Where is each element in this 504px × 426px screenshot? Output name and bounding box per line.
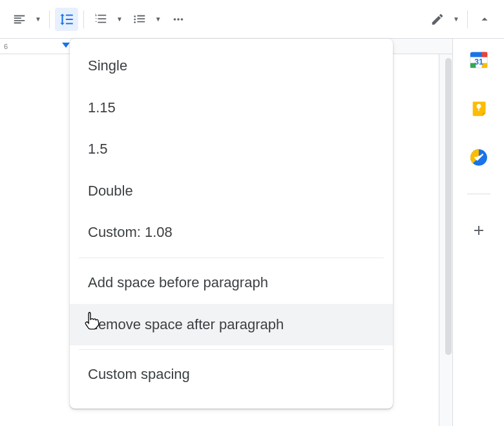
svg-rect-9 — [481, 52, 487, 57]
numbered-list-control[interactable]: 1 ▼ — [89, 8, 125, 31]
menu-item-single[interactable]: Single — [70, 45, 393, 87]
align-control[interactable]: ▼ — [8, 8, 44, 31]
menu-item-1-5[interactable]: 1.5 — [70, 128, 393, 170]
ruler-indent-marker[interactable] — [62, 43, 70, 50]
editing-dropdown-arrow[interactable]: ▼ — [450, 15, 462, 23]
ruler[interactable]: 6 — [0, 39, 70, 54]
separator — [467, 10, 468, 28]
align-left-icon[interactable] — [8, 8, 31, 31]
menu-item-double[interactable]: Double — [70, 170, 393, 212]
svg-point-2 — [177, 18, 180, 21]
more-icon[interactable] — [167, 8, 190, 31]
line-spacing-button[interactable] — [55, 8, 78, 31]
line-spacing-menu: Single 1.15 1.5 Double Custom: 1.08 Add … — [70, 39, 393, 409]
menu-item-1-15[interactable]: 1.15 — [70, 87, 393, 129]
svg-text:31: 31 — [474, 57, 483, 66]
side-panel: 31 — [452, 39, 504, 426]
menu-separator — [79, 258, 384, 258]
svg-point-1 — [173, 18, 176, 21]
menu-item-custom-value[interactable]: Custom: 1.08 — [70, 212, 393, 254]
numbered-list-dropdown-arrow[interactable]: ▼ — [114, 15, 125, 23]
side-separator — [467, 194, 490, 194]
menu-item-custom-spacing[interactable]: Custom spacing — [70, 354, 393, 396]
ruler-number: 6 — [4, 43, 8, 50]
separator — [49, 10, 50, 28]
menu-item-add-space-before[interactable]: Add space before paragraph — [70, 262, 393, 304]
menu-item-remove-space-after[interactable]: Remove space after paragraph — [70, 304, 393, 346]
scrollbar[interactable] — [445, 52, 452, 374]
scrollbar-thumb[interactable] — [445, 58, 452, 355]
toolbar: ▼ 1 ▼ ▼ ▼ — [0, 0, 504, 39]
svg-point-3 — [180, 18, 183, 21]
keep-icon[interactable] — [466, 96, 492, 121]
align-dropdown-arrow[interactable]: ▼ — [32, 15, 44, 23]
bulleted-list-control[interactable]: ▼ — [128, 8, 164, 31]
add-addons-icon[interactable] — [466, 218, 492, 243]
bulleted-list-icon[interactable] — [128, 8, 151, 31]
pencil-icon[interactable] — [426, 8, 449, 31]
bulleted-list-dropdown-arrow[interactable]: ▼ — [152, 15, 164, 23]
tasks-icon[interactable] — [466, 145, 492, 170]
calendar-icon[interactable]: 31 — [466, 46, 492, 72]
separator — [83, 10, 84, 28]
numbered-list-icon[interactable]: 1 — [89, 8, 112, 31]
menu-separator — [79, 349, 384, 350]
editing-mode-control[interactable]: ▼ — [426, 8, 462, 31]
collapse-icon[interactable] — [473, 8, 496, 31]
